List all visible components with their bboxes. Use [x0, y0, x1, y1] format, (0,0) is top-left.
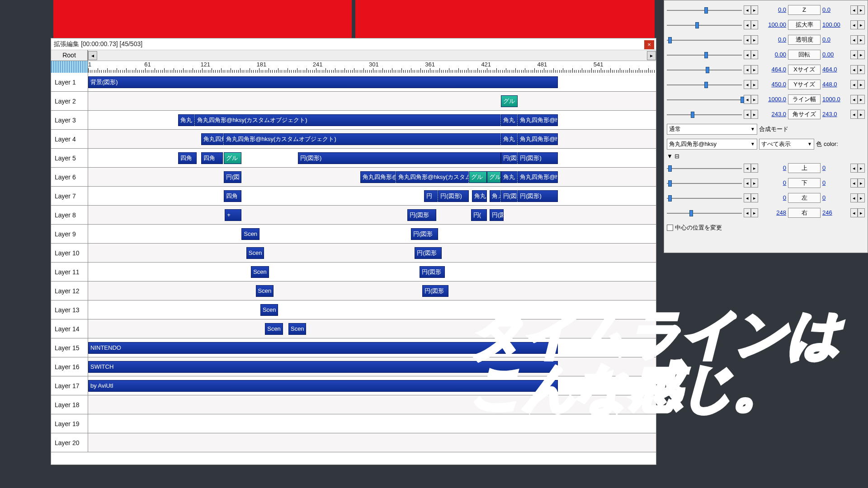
clip[interactable]: グル — [487, 171, 501, 183]
clip[interactable]: 円(図形) — [298, 152, 501, 164]
nudge-right-icon[interactable]: ▸ — [858, 164, 865, 173]
value-left[interactable]: 450.0 — [760, 81, 786, 88]
slider[interactable] — [667, 164, 742, 172]
clip[interactable]: 四角 — [178, 152, 197, 164]
layer-label[interactable]: Layer 1 — [51, 73, 88, 92]
frame-ruler[interactable]: 161121181241301361421481541 — [88, 61, 656, 73]
param-label[interactable]: Yサイズ — [788, 80, 821, 89]
nudge-left-icon[interactable]: ◂ — [850, 193, 858, 202]
track[interactable]: 角丸角丸四角形@hksy(カスタムオブジェクト)角丸角丸四角形@h — [88, 111, 656, 130]
nudge-left-icon[interactable]: ◂ — [744, 20, 751, 29]
param-label[interactable]: 右 — [788, 208, 821, 218]
horizontal-scrollbar[interactable]: ◂ ▸ — [88, 50, 656, 61]
value-left[interactable]: 0.0 — [760, 6, 786, 13]
nudge-left-icon[interactable]: ◂ — [850, 50, 858, 59]
value-left[interactable]: 0 — [760, 194, 786, 201]
clip[interactable]: 円(図形) — [518, 190, 558, 202]
slider[interactable] — [667, 194, 742, 202]
param-label[interactable]: Xサイズ — [788, 65, 821, 75]
value-right[interactable]: 0 — [822, 179, 849, 186]
track[interactable]: Scen円(図形 — [88, 244, 656, 263]
root-button[interactable]: Root — [51, 50, 88, 61]
layer-label[interactable]: Layer 3 — [51, 111, 88, 130]
nudge-left-icon[interactable]: ◂ — [850, 178, 858, 188]
clip[interactable]: 角丸 — [472, 190, 487, 202]
param-label[interactable]: 透明度 — [788, 35, 821, 45]
clip[interactable]: 円(図 — [490, 209, 504, 221]
track[interactable]: +円(図形円(円(図 — [88, 206, 656, 225]
nudge-left-icon[interactable]: ◂ — [744, 80, 751, 89]
nudge-right-icon[interactable]: ▸ — [858, 65, 865, 74]
nudge-right-icon[interactable]: ▸ — [751, 193, 758, 202]
param-label[interactable]: 回転 — [788, 50, 821, 60]
nudge-left-icon[interactable]: ◂ — [850, 65, 858, 74]
clip[interactable]: + — [225, 209, 241, 221]
clip[interactable]: 円 — [424, 190, 438, 202]
layer-label[interactable]: Layer 11 — [51, 263, 88, 282]
clip[interactable]: 角メ — [490, 190, 501, 202]
slider[interactable] — [667, 80, 742, 89]
track[interactable]: Scen円(図形 — [88, 282, 656, 300]
slider[interactable] — [667, 66, 742, 74]
blend-mode-select[interactable]: 通常▼ — [667, 124, 757, 135]
clip[interactable]: Scen — [260, 304, 278, 316]
nudge-right-icon[interactable]: ▸ — [858, 193, 865, 202]
value-right[interactable]: 243.0 — [822, 111, 849, 117]
layer-label[interactable]: Layer 20 — [51, 433, 88, 452]
value-left[interactable]: 0 — [760, 179, 786, 186]
clip[interactable]: Scen — [246, 247, 264, 259]
slider[interactable] — [667, 6, 742, 14]
slider[interactable] — [667, 51, 742, 59]
nudge-right-icon[interactable]: ▸ — [751, 5, 758, 14]
nudge-right-icon[interactable]: ▸ — [751, 208, 758, 217]
clip[interactable]: 円(図形) — [518, 152, 558, 164]
slider[interactable] — [667, 209, 742, 217]
clip[interactable]: 円(図形 — [420, 266, 445, 278]
clip[interactable]: 角丸四角形@ — [360, 171, 396, 183]
value-left[interactable]: 1000.0 — [760, 96, 786, 103]
track[interactable]: 円(図角丸四角形@角丸四角形@hksy(カスタムグルグル角丸角丸四角形@h — [88, 168, 656, 187]
nudge-right-icon[interactable]: ▸ — [858, 5, 865, 14]
value-left[interactable]: 0 — [760, 164, 786, 171]
section-toggle[interactable]: ▼ ⊟ — [667, 151, 865, 160]
param-label[interactable]: 拡大率 — [788, 20, 821, 30]
clip[interactable]: Scen — [251, 266, 269, 278]
clip[interactable]: 背景(図形) — [88, 76, 558, 88]
nudge-right-icon[interactable]: ▸ — [858, 80, 865, 89]
scroll-right-icon[interactable]: ▸ — [647, 51, 656, 60]
layer-label[interactable]: Layer 7 — [51, 187, 88, 206]
clip[interactable]: 円(図形 — [422, 285, 448, 297]
layer-label[interactable]: Layer 4 — [51, 130, 88, 149]
value-left[interactable]: 243.0 — [760, 111, 786, 117]
layer-label[interactable]: Layer 5 — [51, 149, 88, 168]
nudge-right-icon[interactable]: ▸ — [751, 178, 758, 188]
value-left[interactable]: 464.0 — [760, 66, 786, 73]
slider[interactable] — [667, 110, 742, 118]
track[interactable] — [88, 414, 656, 433]
nudge-left-icon[interactable]: ◂ — [850, 164, 858, 173]
layer-label[interactable]: Layer 8 — [51, 206, 88, 225]
nudge-right-icon[interactable]: ▸ — [751, 80, 758, 89]
value-right[interactable]: 100.00 — [822, 21, 849, 28]
slider[interactable] — [667, 21, 742, 29]
clip[interactable]: 円(図 — [501, 152, 518, 164]
clip[interactable]: 四角 — [224, 190, 241, 202]
nudge-left-icon[interactable]: ◂ — [744, 95, 751, 104]
clip[interactable]: 角丸 — [501, 114, 518, 126]
nudge-left-icon[interactable]: ◂ — [744, 193, 751, 202]
nudge-left-icon[interactable]: ◂ — [744, 65, 751, 74]
param-label[interactable]: 左 — [788, 193, 821, 203]
nudge-right-icon[interactable]: ▸ — [751, 164, 758, 173]
nudge-left-icon[interactable]: ◂ — [850, 80, 858, 89]
slider[interactable] — [667, 36, 742, 44]
clip[interactable]: 円(図形 — [411, 228, 438, 240]
value-right[interactable]: 0.00 — [822, 51, 849, 58]
clip[interactable]: 角丸四角形@hksy(カスタムオブジェクト) — [195, 114, 501, 126]
value-right[interactable]: 0.0 — [822, 36, 849, 43]
clip[interactable]: 円(図 — [501, 190, 518, 202]
nudge-left-icon[interactable]: ◂ — [850, 35, 858, 44]
nudge-right-icon[interactable]: ▸ — [751, 50, 758, 59]
nudge-right-icon[interactable]: ▸ — [751, 20, 758, 29]
nudge-left-icon[interactable]: ◂ — [744, 208, 751, 217]
clip[interactable]: 角丸四角形@h — [518, 171, 558, 183]
